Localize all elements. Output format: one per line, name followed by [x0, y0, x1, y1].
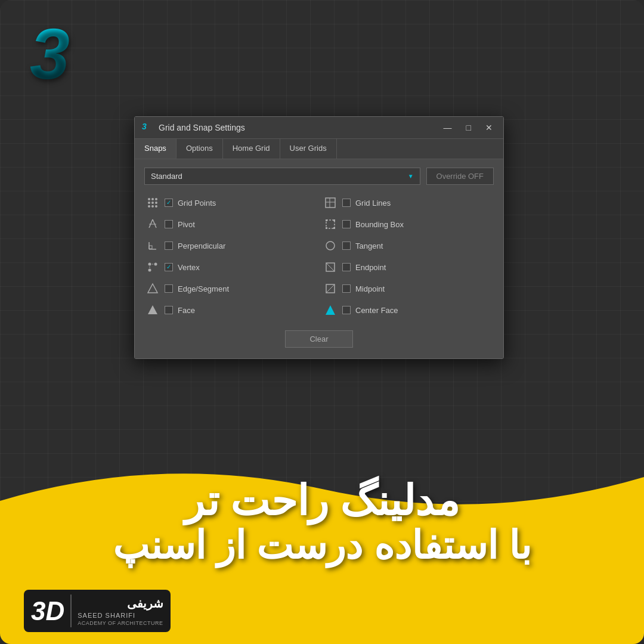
tab-snaps[interactable]: Snaps	[135, 139, 177, 159]
snap-item-endpoint: Endpoint	[322, 258, 494, 277]
snap-item-center-face: Center Face	[322, 301, 494, 320]
bottom-logo: 3D شریفی SAEED SHARIFI ACADEMY OF ARCHIT…	[24, 590, 171, 632]
pivot-checkbox[interactable]	[165, 220, 173, 228]
center-face-label: Center Face	[355, 306, 398, 315]
vertex-checkbox[interactable]	[165, 263, 173, 271]
svg-rect-15	[326, 220, 335, 228]
logo-english-name: SAEED SHARIFI	[78, 612, 163, 619]
main-container: 3 3 Grid and Snap Settings — □ ✕ Snaps O…	[0, 0, 644, 644]
svg-point-3	[148, 202, 150, 204]
perpendicular-checkbox[interactable]	[165, 242, 173, 250]
grid-points-icon	[145, 196, 160, 210]
svg-marker-34	[148, 305, 157, 314]
edge-label: Edge/Segment	[178, 284, 229, 293]
logo-academy: ACADEMY OF ARCHITECTURE	[78, 620, 163, 626]
midpoint-label: Midpoint	[355, 284, 385, 293]
svg-marker-31	[148, 284, 157, 293]
number3-logo: 3	[30, 18, 70, 89]
edge-icon	[145, 281, 160, 296]
snap-item-face: Face	[144, 301, 316, 320]
svg-point-1	[151, 198, 154, 200]
svg-point-23	[326, 242, 335, 250]
grid-lines-label: Grid Lines	[355, 199, 391, 208]
grid-lines-checkbox[interactable]	[342, 199, 351, 207]
snap-item-pivot: Pivot	[144, 215, 316, 234]
dialog-tabs: Snaps Options Home Grid User Grids	[135, 139, 503, 159]
tangent-icon	[323, 239, 338, 253]
maximize-button[interactable]: □	[463, 122, 475, 133]
svg-rect-16	[326, 219, 327, 221]
svg-point-0	[148, 198, 150, 200]
snap-item-vertex: Vertex	[144, 258, 316, 277]
svg-point-6	[148, 205, 150, 208]
center-face-checkbox[interactable]	[342, 306, 351, 314]
center-face-icon	[323, 303, 338, 317]
grid-points-checkbox[interactable]	[165, 199, 173, 207]
standard-dropdown[interactable]: Standard ▼	[144, 168, 420, 185]
logo-text-area: شریفی SAEED SHARIFI ACADEMY OF ARCHITECT…	[78, 596, 163, 626]
snap-item-grid-lines: Grid Lines	[322, 193, 494, 212]
vertex-label: Vertex	[178, 263, 200, 272]
close-button[interactable]: ✕	[482, 122, 496, 133]
face-checkbox[interactable]	[165, 306, 173, 314]
svg-line-30	[326, 263, 335, 271]
dropdown-row: Standard ▼ Override OFF	[144, 168, 494, 185]
persian-text-block: مدلینگ راحت تر با استفاده درست از اسنپ	[0, 478, 644, 567]
tangent-checkbox[interactable]	[342, 242, 351, 250]
override-button[interactable]: Override OFF	[426, 168, 494, 185]
face-icon	[145, 303, 160, 317]
tab-home-grid[interactable]: Home Grid	[223, 139, 280, 159]
clear-button[interactable]: Clear	[285, 330, 352, 348]
svg-point-5	[155, 202, 157, 204]
face-label: Face	[178, 306, 195, 315]
midpoint-checkbox[interactable]	[342, 284, 351, 293]
title-left: 3 Grid and Snap Settings	[142, 122, 245, 134]
bounding-box-checkbox[interactable]	[342, 220, 351, 228]
clear-row: Clear	[144, 330, 494, 348]
svg-rect-19	[333, 227, 335, 229]
bounding-box-icon	[323, 217, 338, 231]
svg-marker-35	[326, 305, 335, 315]
svg-point-7	[151, 205, 154, 208]
svg-point-2	[155, 198, 157, 200]
svg-rect-9	[326, 198, 335, 208]
persian-line1: مدلینگ راحت تر	[0, 478, 644, 524]
svg-rect-18	[326, 227, 327, 229]
tab-user-grids[interactable]: User Grids	[280, 139, 337, 159]
svg-point-4	[151, 202, 154, 204]
endpoint-label: Endpoint	[355, 263, 386, 272]
svg-point-8	[155, 205, 157, 208]
dialog-window: 3 Grid and Snap Settings — □ ✕ Snaps Opt…	[134, 116, 504, 359]
svg-rect-17	[333, 219, 335, 221]
svg-line-12	[149, 219, 153, 228]
snap-item-edge-segment: Edge/Segment	[144, 279, 316, 298]
perpendicular-icon	[145, 239, 160, 253]
minimize-button[interactable]: —	[440, 122, 456, 133]
dropdown-value: Standard	[151, 172, 182, 181]
persian-line2: با استفاده درست از اسنپ	[0, 524, 644, 567]
vertex-icon	[145, 260, 160, 274]
svg-line-13	[153, 219, 156, 228]
dialog-title: Grid and Snap Settings	[159, 123, 245, 132]
snap-item-bounding-box: Bounding Box	[322, 215, 494, 234]
tab-options[interactable]: Options	[177, 139, 223, 159]
window-controls: — □ ✕	[440, 122, 496, 133]
snap-item-perpendicular: Perpendicular	[144, 236, 316, 255]
dialog-app-logo: 3	[142, 122, 154, 134]
dialog-titlebar: 3 Grid and Snap Settings — □ ✕	[135, 117, 503, 139]
grid-points-label: Grid Points	[178, 199, 216, 208]
endpoint-icon	[323, 260, 338, 274]
snap-item-midpoint: Midpoint	[322, 279, 494, 298]
logo-3d-text: 3D	[31, 598, 64, 624]
pivot-icon	[145, 217, 160, 231]
snap-items-grid: Grid Points Grid Lines	[144, 193, 494, 320]
snap-item-grid-points: Grid Points	[144, 193, 316, 212]
edge-checkbox[interactable]	[165, 284, 173, 293]
tangent-label: Tangent	[355, 242, 383, 250]
logo-arabic: شریفی	[78, 596, 163, 611]
endpoint-checkbox[interactable]	[342, 263, 351, 271]
midpoint-icon	[323, 281, 338, 296]
dropdown-arrow-icon: ▼	[408, 173, 414, 179]
pivot-label: Pivot	[178, 220, 195, 229]
dialog-body: Standard ▼ Override OFF	[135, 159, 503, 358]
